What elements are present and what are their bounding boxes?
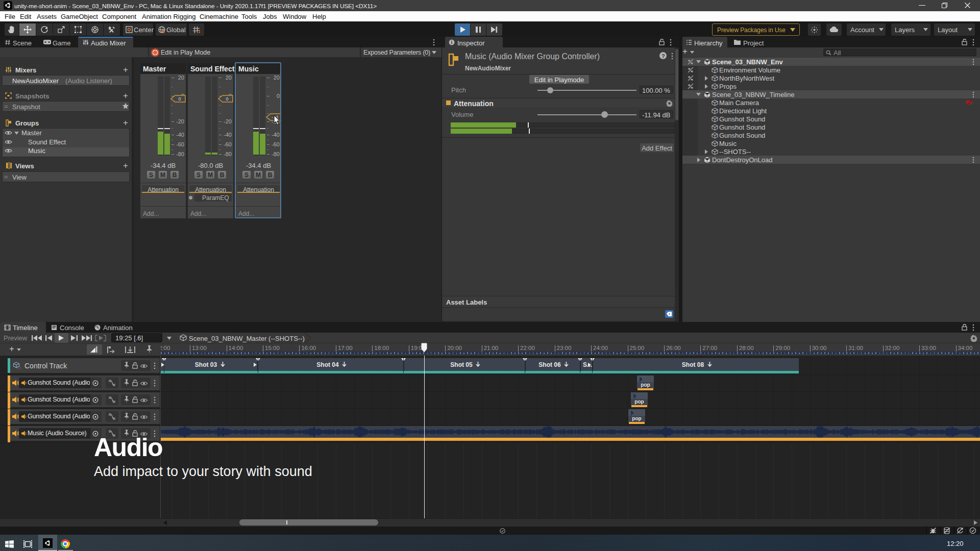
svg-text:0: 0 bbox=[226, 96, 228, 102]
svg-text:0: 0 bbox=[178, 96, 181, 102]
svg-text:{}: {} bbox=[17, 366, 20, 369]
